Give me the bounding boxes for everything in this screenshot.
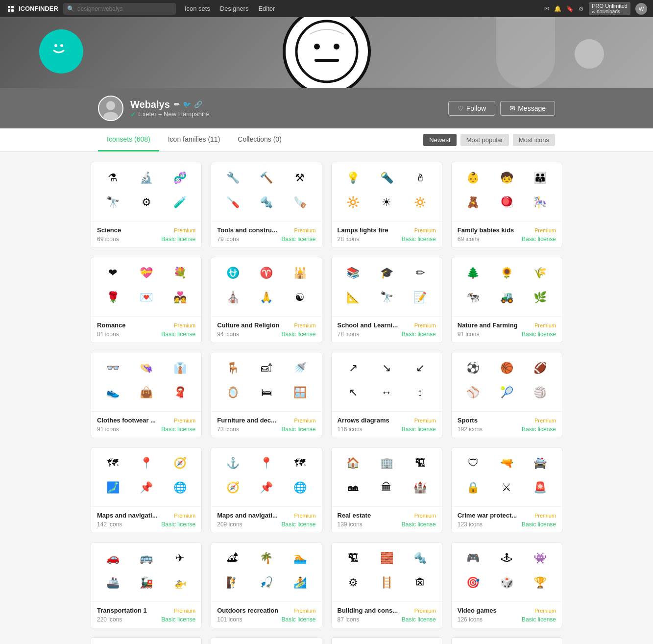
card-icon: 🚔 [525, 453, 556, 473]
icon-set-card[interactable]: 🏕🌴🏊🧗🎣🏄 Outdoors recreation Premium 101 i… [211, 542, 322, 628]
icon-set-card[interactable]: 🍔🌮🍕🥗☕🍺 (more sets...) Premium various Ba… [451, 637, 562, 644]
icon-set-card[interactable]: 🪑🛋🚿🪞🛏🪟 Furniture and dec... Premium 73 i… [211, 352, 322, 438]
card-icon: 💐 [164, 263, 195, 283]
card-icon: ↘ [371, 358, 402, 378]
logo[interactable]: ICONFINDER [6, 4, 58, 14]
tab-collections[interactable]: Collections (0) [229, 128, 290, 151]
card-info: Outdoors recreation Premium 101 icons Ba… [211, 601, 321, 628]
card-license: Basic license [161, 426, 195, 433]
icon-set-card[interactable]: 🗺📍🧭🗾📌🌐 Maps and navigati... Premium 142 … [91, 447, 202, 533]
svg-point-6 [60, 44, 63, 47]
card-icon: 🎯 [458, 573, 489, 593]
card-icon: 📌 [130, 478, 162, 497]
card-info: Transportation 1 Premium 220 icons Basic… [91, 601, 201, 628]
profile-section: Webalys ✏ 🐦 🔗 ✓ Exeter – New Hampshire ♡… [0, 88, 653, 128]
icon-set-card[interactable]: ❤💝💐🌹💌💑 Romance Premium 81 icons Basic li… [91, 257, 202, 343]
svg-rect-0 [8, 6, 10, 8]
card-icon: ❤ [97, 263, 128, 283]
card-icon: 🔒 [458, 478, 489, 497]
hero-center-image [283, 17, 371, 88]
icon-set-card[interactable]: 🏗🧱🔩⚙🪜🏚 Building and cons... Premium 87 i… [331, 542, 442, 628]
profile-left: Webalys ✏ 🐦 🔗 ✓ Exeter – New Hampshire [98, 96, 209, 121]
card-preview: 🔧🔨⚒🪛🔩🪚 [211, 162, 321, 221]
card-count: 123 icons [458, 521, 483, 528]
sort-newest[interactable]: Newest [423, 134, 456, 146]
card-badge: Premium [534, 418, 556, 423]
icon-set-card[interactable]: 🏠🏢🏗🏘🏛🏰 Real estate Premium 139 icons Bas… [331, 447, 442, 533]
icon-set-card[interactable]: 👶🧒👪🧸🪀🎠 Family babies kids Premium 69 ico… [451, 162, 562, 248]
card-count: 101 icons [217, 616, 242, 623]
nav-icon-bookmark[interactable]: 🔖 [566, 5, 574, 12]
nav-icon-settings[interactable]: ⚙ [579, 5, 584, 12]
link-icon[interactable]: 🔗 [194, 100, 202, 108]
icon-set-card[interactable]: 🛡🔫🚔🔒⚔🚨 Crime war protect... Premium 123 … [451, 447, 562, 533]
avatar[interactable]: W [635, 3, 647, 15]
card-icon: 🪞 [217, 383, 248, 402]
search-input[interactable] [77, 5, 172, 12]
tab-icon-families[interactable]: Icon families (11) [159, 128, 229, 151]
card-preview: 🎈📡👥🚫🛑♦ [91, 638, 201, 644]
profile-name: Webalys ✏ 🐦 🔗 [130, 99, 209, 110]
icon-set-card[interactable]: ⚓📍🗺🧭📌🌐 Maps and navigati... Premium 209 … [211, 447, 322, 533]
icon-set-card[interactable]: ⚗🔬🧬🔭⚙🧪 Science Premium 69 icons Basic li… [91, 162, 202, 248]
card-title: Science [97, 226, 121, 234]
card-title: Maps and navigati... [217, 512, 278, 519]
card-info: Culture and Religion Premium 94 icons Ba… [211, 316, 321, 343]
nav-icon-mail[interactable]: ✉ [544, 5, 549, 12]
card-title: Real estate [338, 512, 371, 519]
icon-set-card[interactable]: 🔧🔨⚒🪛🔩🪚 Tools and constru... Premium 79 i… [211, 162, 322, 248]
icon-set-card[interactable]: 🚗🚌✈🚢🚂🚁 Transportation 1 Premium 220 icon… [91, 542, 202, 628]
nav-editor[interactable]: Editor [254, 3, 279, 14]
card-license: Basic license [522, 236, 556, 243]
nav-right: ✉ 🔔 🔖 ⚙ PRO Unlimited ∞ downloads W [544, 2, 647, 15]
sort-most-icons[interactable]: Most icons [513, 134, 555, 146]
card-badge: Premium [174, 322, 195, 328]
card-badge: Premium [294, 227, 315, 233]
card-info: Video games Premium 126 icons Basic lice… [452, 601, 562, 628]
icon-set-card[interactable]: ⚽🏀🏈⚾🎾🏐 Sports Premium 192 icons Basic li… [451, 352, 562, 438]
card-badge: Premium [414, 227, 436, 233]
icon-set-card[interactable]: 🎮🕹👾🎯🎲🏆 Video games Premium 126 icons Bas… [451, 542, 562, 628]
card-icon: 📍 [251, 453, 282, 473]
icon-set-card[interactable]: 🏃🧘🚴🎿🛹⛷ (more sets...) Premium various Ba… [331, 637, 442, 644]
message-button[interactable]: ✉ Message [500, 101, 555, 116]
card-icon: ↗ [338, 358, 369, 378]
card-license: Basic license [281, 616, 315, 623]
card-icon: 🌐 [284, 478, 315, 497]
icon-set-card[interactable]: 🎈📡👥🚫🛑♦ (more sets...) Premium various Ba… [91, 637, 202, 644]
icon-set-card[interactable]: ⛎♈🕌⛪🙏☯ Culture and Religion Premium 94 i… [211, 257, 322, 343]
icon-set-card[interactable]: 👓👒👔👟👜🧣 Clothes footwear ... Premium 91 i… [91, 352, 202, 438]
card-icon: 🔩 [251, 193, 282, 212]
card-title: School and Learni... [338, 322, 398, 329]
icon-set-grid: ⚗🔬🧬🔭⚙🧪 Science Premium 69 icons Basic li… [0, 152, 653, 644]
card-icon: 🏢 [371, 453, 402, 473]
icon-set-card[interactable]: 📚🎓✏📐🔭📝 School and Learni... Premium 78 i… [331, 257, 442, 343]
icon-set-card[interactable]: 💡🔦🕯🔆☀🔅 Lamps lights fire Premium 28 icon… [331, 162, 442, 248]
card-icon: 👔 [164, 358, 195, 378]
card-icon: 🔩 [404, 548, 435, 568]
sort-popular[interactable]: Most popular [460, 134, 509, 146]
card-preview: ⚗🔬🧬🔭⚙🧪 [91, 162, 201, 221]
nav-designers[interactable]: Designers [216, 3, 253, 14]
twitter-icon[interactable]: 🐦 [183, 100, 191, 108]
card-icon: 🧒 [491, 168, 522, 188]
card-preview: ⛎♈🕌⛪🙏☯ [211, 257, 321, 316]
card-license: Basic license [522, 426, 556, 433]
nav-icon-sets[interactable]: Icon sets [181, 3, 214, 14]
card-icon: 📝 [404, 288, 435, 307]
svg-point-7 [296, 21, 357, 82]
nav-icon-bell[interactable]: 🔔 [554, 5, 561, 12]
card-info: Nature and Farming Premium 91 icons Basi… [452, 316, 562, 343]
card-icon: 🕹 [491, 548, 522, 568]
icon-set-card[interactable]: ↗↘↙↖↔↕ Arrows diagrams Premium 116 icons… [331, 352, 442, 438]
card-count: 79 icons [217, 236, 239, 243]
card-count: 73 icons [217, 426, 239, 433]
card-icon: ⚓ [217, 453, 248, 473]
search-bar[interactable]: 🔍 [63, 3, 176, 15]
icon-set-card[interactable]: 🏛⛩🕍🗺🌁⛰ (more sets...) Premium various Ba… [211, 637, 322, 644]
icon-set-card[interactable]: 🌲🌻🌾🐄🚜🌿 Nature and Farming Premium 91 ico… [451, 257, 562, 343]
follow-button[interactable]: ♡ Follow [448, 101, 495, 116]
tab-iconsets[interactable]: Iconsets (608) [98, 128, 159, 151]
card-icon: 🚜 [491, 288, 522, 307]
edit-icon[interactable]: ✏ [174, 100, 180, 108]
